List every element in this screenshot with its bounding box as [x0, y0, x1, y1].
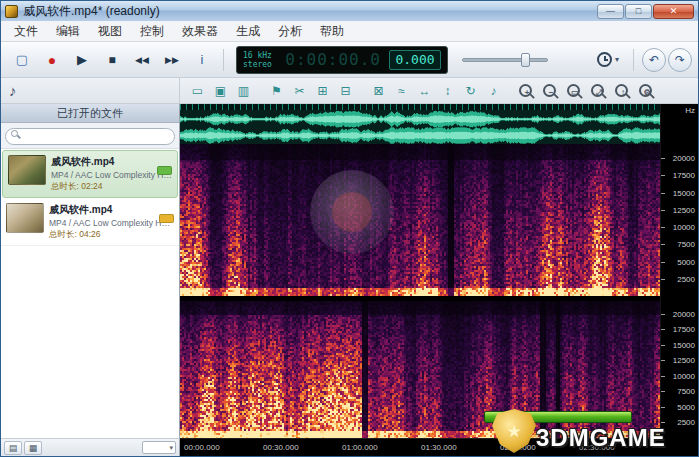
menu-item-1[interactable]: 文件 — [5, 21, 47, 42]
app-icon — [5, 5, 18, 18]
toggle-file-panel-button[interactable]: ▤ — [4, 441, 22, 455]
file-badge — [159, 214, 174, 223]
volume-slider[interactable] — [462, 52, 548, 68]
clock-icon — [597, 52, 612, 67]
frequency-label: 5000 — [677, 403, 695, 412]
tool-time-selection-button[interactable]: ▭ — [186, 80, 209, 101]
time-label: 00:00.000 — [184, 443, 220, 452]
tools-left-panel: ♪ — [1, 78, 180, 103]
zoom-fit-icon: ⤢ — [591, 84, 604, 97]
file-badge — [157, 166, 172, 175]
record-button[interactable]: ● — [37, 46, 67, 73]
undo-button[interactable]: ↶ — [642, 48, 666, 72]
spectrogram-settings-icon: ⚙ — [639, 84, 652, 97]
rewind-button[interactable]: ◀◀ — [127, 46, 157, 73]
spectrogram-channel-1[interactable] — [180, 144, 660, 296]
zoom-in-icon: + — [519, 84, 532, 97]
edit-tools: ▭▣▥⚑✂⊞⊟⊠≈↔↕↻♪ — [180, 80, 505, 101]
lcd-position-value: 0.000 — [389, 50, 441, 70]
tools-row: ♪ ▭▣▥⚑✂⊞⊟⊠≈↔↕↻♪ +−▭⤢↕⚙ — [1, 78, 698, 104]
fast-forward-button[interactable]: ▶▶ — [157, 46, 187, 73]
menu-item-3[interactable]: 视图 — [89, 21, 131, 42]
file-info-button[interactable]: i — [187, 46, 217, 73]
zoom-vertical-button[interactable]: ↕ — [610, 80, 632, 101]
zoom-in-button[interactable]: + — [514, 80, 536, 101]
frequency-unit-label: Hz — [685, 106, 695, 115]
time-label: 00:30.000 — [263, 443, 299, 452]
menu-bar: 文件编辑视图控制效果器生成分析帮助 — [1, 21, 698, 42]
transport-toolbar: ▢●▶■◀◀▶▶i 16 kHzstereo 0:00:00.0 0.000 ▾… — [1, 42, 698, 78]
tool-marker-button[interactable]: ⚑ — [265, 80, 288, 101]
main-view — [180, 104, 660, 438]
frequency-label: 2500 — [677, 418, 695, 427]
waveform-overview[interactable] — [180, 110, 660, 144]
tool-delete-button[interactable]: ⊠ — [367, 80, 390, 101]
lcd-display: 16 kHzstereo 0:00:00.0 0.000 — [236, 46, 448, 74]
file-format: MP4 / AAC Low Complexity Headin... — [51, 170, 172, 180]
file-title: 威风软件.mp4 — [49, 203, 174, 217]
time-label: 02:00.000 — [500, 443, 536, 452]
zoom-tools: +−▭⤢↕⚙ — [514, 80, 698, 101]
zoom-out-button[interactable]: − — [538, 80, 560, 101]
tool-fade-button[interactable]: ≈ — [390, 80, 413, 101]
search-icon — [11, 130, 18, 137]
tool-monitor-button[interactable]: ♪ — [482, 80, 505, 101]
tool-paste-button[interactable]: ⊟ — [334, 80, 357, 101]
frequency-label: 2500 — [677, 275, 695, 284]
time-label: 02:30.000 — [579, 443, 615, 452]
file-sidebar: 已打开的文件 威风软件.mp4MP4 / AAC Low Complexity … — [1, 104, 180, 438]
spectrogram-channel-2[interactable] — [180, 301, 660, 438]
tool-copy-button[interactable]: ⊞ — [311, 80, 334, 101]
ruler-corner — [660, 438, 698, 456]
redo-button[interactable]: ↷ — [668, 48, 692, 72]
spectrogram-settings-button[interactable]: ⚙ — [634, 80, 656, 101]
menu-item-5[interactable]: 效果器 — [173, 21, 227, 42]
frequency-label: 20000 — [673, 154, 695, 163]
frequency-label: 17500 — [673, 325, 695, 334]
close-button[interactable]: ✕ — [653, 4, 694, 19]
zoom-fit-button[interactable]: ⤢ — [586, 80, 608, 101]
menu-item-6[interactable]: 生成 — [227, 21, 269, 42]
audio-properties-button[interactable]: ♪ — [9, 82, 17, 99]
minimize-button[interactable]: — — [597, 4, 624, 19]
frequency-label: 7500 — [677, 387, 695, 396]
menu-item-2[interactable]: 编辑 — [47, 21, 89, 42]
tool-scroll-vertical-button[interactable]: ↕ — [436, 80, 459, 101]
menu-item-4[interactable]: 控制 — [131, 21, 173, 42]
menu-item-8[interactable]: 帮助 — [311, 21, 353, 42]
file-duration: 总时长: 02:24 — [51, 181, 172, 193]
time-label: 01:30.000 — [421, 443, 457, 452]
tool-cut-button[interactable]: ✂ — [288, 80, 311, 101]
transport-buttons: ▢●▶■◀◀▶▶i — [7, 46, 217, 73]
loop-selection-button[interactable]: ▢ — [7, 46, 37, 73]
time-label: 01:00.000 — [342, 443, 378, 452]
stop-button[interactable]: ■ — [97, 46, 127, 73]
toggle-layout-button[interactable]: ▦ — [24, 441, 42, 455]
file-item[interactable]: 威风软件.mp4MP4 / AAC Low Complexity Headin.… — [1, 199, 179, 246]
title-bar[interactable]: 威风软件.mp4* (readonly) —□✕ — [1, 1, 698, 21]
zoom-out-icon: − — [543, 84, 556, 97]
file-thumbnail — [6, 203, 44, 233]
time-format-button[interactable]: ▾ — [589, 47, 627, 73]
sidebar-header: 已打开的文件 — [1, 104, 179, 123]
zoom-selection-button[interactable]: ▭ — [562, 80, 584, 101]
tool-spectral-view-button[interactable]: ▥ — [232, 80, 255, 101]
tool-loop-button[interactable]: ↻ — [459, 80, 482, 101]
toolbar-separator — [223, 49, 224, 71]
frequency-label: 17500 — [673, 171, 695, 180]
time-ruler[interactable]: 00:00.00000:30.00001:00.00001:30.00002:0… — [180, 438, 660, 456]
lcd-time-readout: 0:00:00.0 — [280, 50, 381, 69]
tool-rect-selection-button[interactable]: ▣ — [209, 80, 232, 101]
file-item[interactable]: 威风软件.mp4MP4 / AAC Low Complexity Headin.… — [2, 150, 178, 198]
frequency-label: 7500 — [677, 240, 695, 249]
volume-handle[interactable] — [521, 53, 530, 67]
search-input[interactable] — [5, 128, 175, 145]
menu-item-7[interactable]: 分析 — [269, 21, 311, 42]
frequency-label: 10000 — [673, 372, 695, 381]
window-controls: —□✕ — [597, 4, 694, 19]
tool-scroll-horizontal-button[interactable]: ↔ — [413, 80, 436, 101]
frequency-label: 12500 — [673, 356, 695, 365]
scale-select[interactable]: ▾ — [142, 441, 176, 454]
maximize-button[interactable]: □ — [625, 4, 652, 19]
play-button[interactable]: ▶ — [67, 46, 97, 73]
